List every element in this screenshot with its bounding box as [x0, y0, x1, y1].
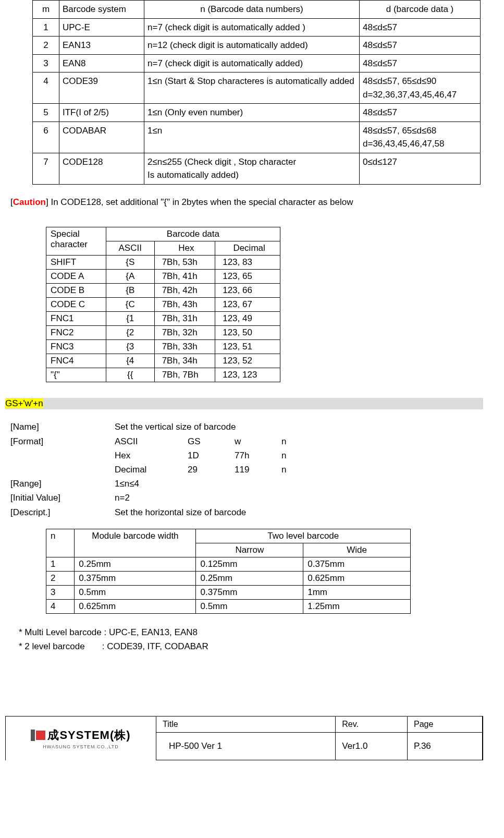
t1-d: 48≤d≤57 — [360, 18, 481, 37]
t1-head-n: n (Barcode data numbers) — [144, 1, 360, 19]
t1-m: 6 — [33, 122, 59, 153]
special-character-table: Special character Barcode data ASCII Hex… — [46, 227, 280, 382]
t2-head-special: Special character — [46, 227, 106, 256]
table-row: CODE C{C7Bh, 43h123, 67 — [46, 298, 280, 312]
t1-m: 5 — [33, 104, 59, 122]
t3-narrow: 0.125mm — [196, 557, 303, 571]
t2-ascii: {B — [106, 284, 154, 298]
t1-system: EAN13 — [59, 37, 144, 55]
table-row: 4CODE391≤n (Start & Stop characteres is … — [33, 72, 481, 104]
logo-subtext: HWASUNG SYSTEM CO.,LTD — [43, 744, 119, 749]
t1-n: n=12 (check digit is automatically added… — [144, 37, 360, 55]
fmt-type: Decimal — [115, 463, 188, 477]
table-row: FNC4{47Bh, 34h123, 52 — [46, 354, 280, 368]
t2-hex: 7Bh, 41h — [154, 270, 215, 284]
footer-rev-label: Rev. — [336, 716, 408, 733]
t1-head-d: d (barcode data ) — [360, 1, 481, 19]
table-row: FNC2{27Bh, 32h123, 50 — [46, 326, 280, 340]
t1-n: 2≤n≤255 (Check digit , Stop character Is… — [144, 153, 360, 184]
t3-wide: 1.25mm — [303, 599, 411, 613]
range-label: [Range] — [10, 477, 115, 491]
t1-m: 1 — [33, 18, 59, 37]
t2-sp: CODE B — [46, 284, 106, 298]
table-row: 20.375mm0.25mm0.625mm — [46, 571, 411, 585]
name-label: [Name] — [10, 420, 115, 434]
table-row: 2EAN13n=12 (check digit is automatically… — [33, 37, 481, 55]
footnotes: * Multi Level barcode : UPC-E, EAN13, EA… — [19, 625, 483, 653]
t1-head-system: Barcode system — [59, 1, 144, 19]
t3-mod: 0.625mm — [75, 599, 196, 613]
fmt-c1: 1D — [188, 448, 235, 463]
t3-head-narrow: Narrow — [196, 543, 303, 557]
table-row: 3EAN8n=7 (check digit is automatically a… — [33, 54, 481, 72]
format-row: Decimal29119n — [115, 463, 313, 477]
t2-dec: 123, 67 — [215, 298, 280, 312]
t1-d: 48≤d≤57 — [360, 104, 481, 122]
t2-dec: 123, 123 — [215, 368, 280, 382]
format-row: ASCIIGSwn — [115, 434, 313, 448]
t3-narrow: 0.375mm — [196, 585, 303, 599]
t3-head-two: Two level barcode — [196, 529, 411, 543]
t3-body: 10.25mm0.125mm0.375mm20.375mm0.25mm0.625… — [46, 557, 411, 613]
t2-sp: FNC2 — [46, 326, 106, 340]
fmt-type: Hex — [115, 448, 188, 463]
t1-m: 2 — [33, 37, 59, 55]
desc-label: [Descript.] — [10, 505, 115, 519]
t2-ascii: {4 — [106, 354, 154, 368]
t3-narrow: 0.5mm — [196, 599, 303, 613]
t1-system: ITF(I of 2/5) — [59, 104, 144, 122]
logo-icon — [31, 730, 45, 741]
table-row: SHIFT{S7Bh, 53h123, 83 — [46, 256, 280, 270]
t1-system: EAN8 — [59, 54, 144, 72]
t2-hex: 7Bh, 53h — [154, 256, 215, 270]
t2-dec: 123, 49 — [215, 312, 280, 326]
t1-d: 48≤d≤57, 65≤d≤68 d=36,43,45,46,47,58 — [360, 122, 481, 153]
fmt-c2: w — [235, 434, 281, 448]
t1-d: 48≤d≤57 — [360, 54, 481, 72]
t2-ascii: {2 — [106, 326, 154, 340]
logo-text: 成SYSTEM(株) — [47, 727, 130, 743]
t1-d: 48≤d≤57 — [360, 37, 481, 55]
t2-hex: 7Bh, 43h — [154, 298, 215, 312]
table-row: FNC1{17Bh, 31h123, 49 — [46, 312, 280, 326]
t1-system: CODABAR — [59, 122, 144, 153]
t2-hex: 7Bh, 32h — [154, 326, 215, 340]
t2-sp: SHIFT — [46, 256, 106, 270]
t1-d: 48≤d≤57, 65≤d≤90 d=32,36,37,43,45,46,47 — [360, 72, 481, 104]
page-footer: 成SYSTEM(株) HWASUNG SYSTEM CO.,LTD Title … — [5, 716, 483, 760]
note-two: * 2 level barcode : CODE39, ITF, CODABAR — [19, 639, 483, 653]
t3-head-n: n — [46, 529, 75, 557]
table-row: CODE B{B7Bh, 42h123, 66 — [46, 284, 280, 298]
init-label: [Initial Value] — [10, 491, 115, 505]
t2-hex: 7Bh, 31h — [154, 312, 215, 326]
t2-dec: 123, 83 — [215, 256, 280, 270]
footer-page-label: Page — [408, 716, 483, 733]
format-row: Hex1D77hn — [115, 448, 313, 463]
barcode-system-table: m Barcode system n (Barcode data numbers… — [32, 0, 481, 185]
t2-head-hex: Hex — [154, 241, 215, 256]
command-token: GS+'w'+n — [5, 398, 43, 408]
t1-n: n=7 (check digit is automatically added) — [144, 54, 360, 72]
t1-head-m: m — [33, 1, 59, 19]
footer-table: Title Rev. Page HP-500 Ver 1 Ver1.0 P.36 — [156, 716, 483, 760]
table-row: 5ITF(I of 2/5)1≤n (Only even number)48≤d… — [33, 104, 481, 122]
t2-sp: CODE A — [46, 270, 106, 284]
fmt-c3: n — [281, 463, 313, 477]
fmt-c1: 29 — [188, 463, 235, 477]
t2-head-barcodedata: Barcode data — [106, 227, 280, 241]
t2-sp: FNC1 — [46, 312, 106, 326]
t1-d: 0≤d≤127 — [360, 153, 481, 184]
caution-note: [Caution] In CODE128, set additional "{"… — [10, 196, 483, 209]
t2-ascii: {A — [106, 270, 154, 284]
section-heading: GS+'w'+n — [5, 398, 483, 409]
footer-rev-value: Ver1.0 — [336, 733, 408, 760]
caution-word: Caution — [13, 197, 46, 207]
t2-ascii: {1 — [106, 312, 154, 326]
fmt-c3: n — [281, 434, 313, 448]
t3-wide: 1mm — [303, 585, 411, 599]
t3-n: 2 — [46, 571, 75, 585]
t3-n: 1 — [46, 557, 75, 571]
t3-head-wide: Wide — [303, 543, 411, 557]
desc-value: Set the horizontal size of barcode — [115, 505, 246, 519]
t2-dec: 123, 52 — [215, 354, 280, 368]
